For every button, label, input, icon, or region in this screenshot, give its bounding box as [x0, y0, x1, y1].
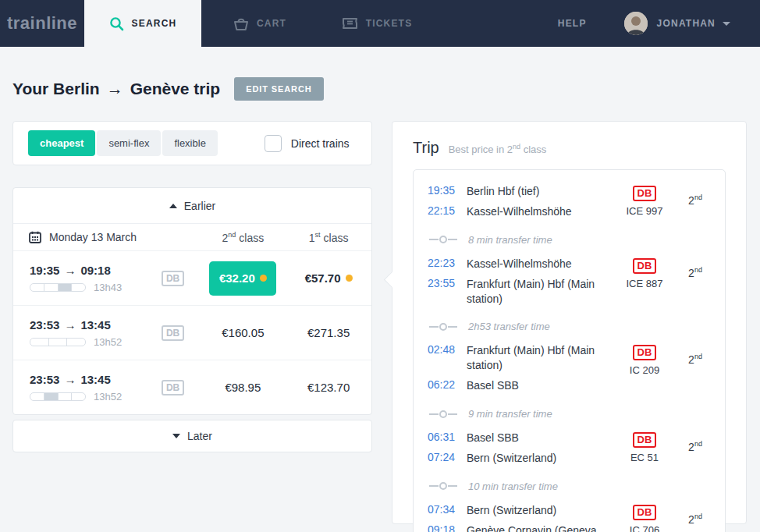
filter-semi-flex[interactable]: semi-flex: [97, 130, 161, 156]
tab-cart[interactable]: CART: [201, 0, 318, 47]
filter-cheapest[interactable]: cheapest: [28, 130, 95, 156]
transfer-row-1: 8 min transfer time: [429, 234, 716, 246]
trip-subtitle: Best price in 2nd class: [449, 143, 547, 155]
direct-trains-checkbox[interactable]: [265, 135, 282, 152]
top-nav-bar: trainline SEARCH CART TICKETS HE: [0, 0, 760, 47]
trip-legs-box: 19:35Berlin Hbf (tief) 22:15Kassel-Wilhe…: [413, 169, 726, 532]
db-logo-icon: DB: [633, 432, 657, 448]
travel-class: 2nd: [675, 184, 716, 225]
train-info: DB IC 209: [614, 343, 675, 399]
chevron-down-icon[interactable]: [723, 22, 730, 26]
brand-logo[interactable]: trainline: [0, 0, 84, 47]
trip-leg-4: 06:31Basel SBB 07:24Bern (Switzerland) D…: [428, 431, 716, 471]
tab-tickets[interactable]: TICKETS: [318, 0, 435, 47]
db-logo-icon: DB: [633, 186, 657, 201]
title-from: Your Berlin: [12, 80, 100, 98]
edit-search-button[interactable]: EDIT SEARCH: [234, 77, 323, 101]
travel-class: 2nd: [675, 343, 716, 399]
page-title: Your Berlin → Genève trip: [12, 80, 220, 98]
col-header-1st-class: 1st class: [286, 231, 371, 244]
earlier-label: Earlier: [184, 200, 215, 212]
price-2nd-cell: €32.20: [201, 261, 286, 296]
user-avatar[interactable]: [624, 12, 648, 35]
trainline-search-page: trainline SEARCH CART TICKETS HE: [0, 0, 760, 532]
filter-flexible[interactable]: flexible: [162, 130, 217, 156]
title-to: Genève trip: [130, 80, 221, 98]
transfer-icon: [429, 235, 457, 244]
trip-leg-2: 22:23Kassel-Wilhelmshöhe 23:55Frankfurt …: [428, 257, 716, 312]
travel-class: 2nd: [675, 503, 716, 532]
date-cell: Monday 13 March: [13, 231, 201, 243]
results-header-row: Monday 13 March 2nd class 1st class: [13, 224, 371, 250]
journey-segments-bar: [30, 338, 86, 346]
trip-detail-panel: Trip Best price in 2nd class 19:35Berlin…: [392, 121, 747, 524]
journey-duration: 13h52: [94, 391, 122, 403]
journey-summary: 19:35 → 09:18 13h43: [13, 264, 146, 293]
journey-duration: 13h52: [94, 336, 122, 348]
later-button[interactable]: Later: [12, 420, 372, 452]
carrier-cell: DB: [146, 380, 201, 395]
travel-class: 2nd: [675, 257, 716, 312]
caret-down-icon: [172, 434, 180, 438]
price-1st-cell[interactable]: €57.70: [286, 271, 371, 285]
journey-segments-bar: [30, 392, 86, 401]
tab-search-label: SEARCH: [132, 18, 177, 29]
title-row: Your Berlin → Genève trip EDIT SEARCH: [12, 77, 324, 101]
cart-icon: [233, 16, 249, 31]
trip-header: Trip Best price in 2nd class: [413, 139, 726, 157]
journey-row-2[interactable]: 23:53 → 13:45 13h52 DB €160.05 €271.35: [13, 305, 371, 360]
price-2nd-cell[interactable]: €98.95: [201, 381, 286, 394]
tab-search[interactable]: SEARCH: [84, 0, 201, 47]
db-carrier-badge: DB: [162, 380, 184, 395]
search-icon: [109, 16, 124, 31]
direct-trains-label: Direct trains: [291, 137, 350, 150]
db-carrier-badge: DB: [162, 271, 184, 286]
price-1st-cell[interactable]: €123.70: [286, 381, 371, 394]
filters-panel: cheapest semi-flex flexible Direct train…: [12, 121, 372, 165]
journey-row-1[interactable]: 19:35 → 09:18 13h43 DB €32.20 €57.7: [13, 250, 371, 305]
tickets-icon: [342, 17, 358, 30]
train-info: DB ICE 997: [614, 184, 675, 225]
price-2nd-cell[interactable]: €160.05: [201, 326, 286, 339]
carrier-cell: DB: [146, 325, 201, 341]
tab-tickets-label: TICKETS: [366, 18, 413, 29]
carrier-cell: DB: [146, 271, 201, 286]
earlier-button[interactable]: Earlier: [13, 188, 371, 224]
journey-segments-bar: [30, 283, 86, 292]
transfer-row-4: 10 min transfer time: [429, 481, 716, 492]
train-info: DB IC 706: [614, 503, 675, 532]
transfer-icon: [429, 410, 457, 419]
results-list: Earlier Monday 13 March 2nd class 1st cl…: [12, 187, 372, 415]
transfer-row-3: 9 min transfer time: [429, 408, 716, 420]
journey-duration: 13h43: [94, 282, 122, 293]
right-arrow-icon: →: [107, 80, 123, 98]
transfer-icon: [429, 481, 457, 491]
right-arrow-icon: →: [64, 318, 76, 332]
journey-row-3[interactable]: 23:53 → 13:45 13h52 DB €98.95 €123.70: [13, 360, 371, 414]
avatar-photo: [624, 12, 648, 35]
journey-summary: 23:53 → 13:45 13h52: [13, 318, 146, 348]
right-arrow-icon: →: [64, 264, 76, 277]
travel-class: 2nd: [675, 431, 716, 471]
date-label: Monday 13 March: [49, 231, 137, 243]
trip-title: Trip: [413, 139, 439, 157]
later-label: Later: [187, 430, 212, 442]
caret-up-icon: [169, 204, 177, 208]
trip-leg-5: 07:34Bern (Switzerland) 09:18Genève Corn…: [428, 503, 716, 532]
transfer-icon: [429, 322, 457, 332]
price-1st-cell[interactable]: €271.35: [286, 326, 371, 339]
help-link[interactable]: HELP: [558, 18, 587, 29]
fare-filter-group: cheapest semi-flex flexible: [28, 130, 218, 156]
journey-summary: 23:53 → 13:45 13h52: [13, 373, 146, 403]
train-info: DB EC 51: [614, 431, 675, 471]
user-name[interactable]: JONATHAN: [657, 18, 716, 29]
col-header-2nd-class: 2nd class: [201, 231, 286, 244]
price-2nd-button-selected[interactable]: €32.20: [209, 261, 276, 296]
tab-cart-label: CART: [257, 18, 286, 29]
db-logo-icon: DB: [633, 345, 657, 360]
db-logo-icon: DB: [633, 258, 657, 274]
right-arrow-icon: →: [64, 373, 76, 386]
transfer-row-2: 2h53 transfer time: [429, 321, 716, 332]
db-logo-icon: DB: [633, 505, 657, 520]
loyalty-dot-icon: [346, 275, 353, 282]
